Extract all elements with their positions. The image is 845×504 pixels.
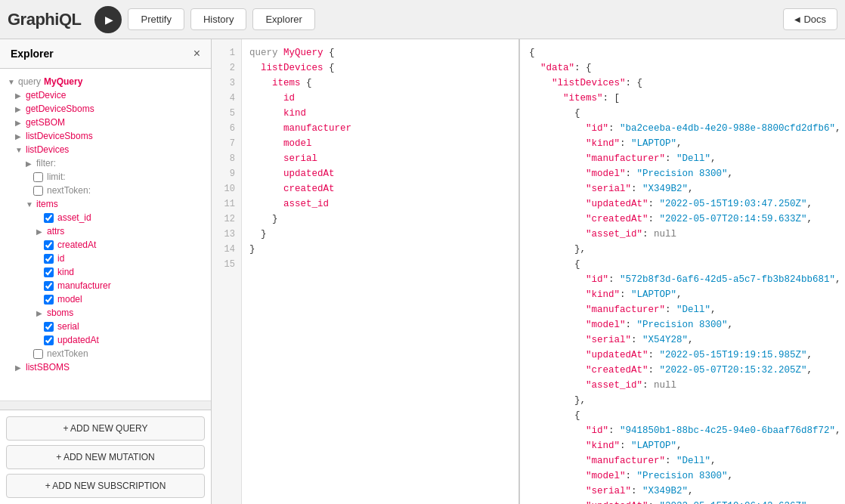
tree-item-getDevice[interactable]: getDevice xyxy=(0,88,211,102)
explorer-button[interactable]: Explorer xyxy=(252,8,314,30)
tree-item-createdAt[interactable]: createdAt xyxy=(0,238,211,252)
arrow-attrs xyxy=(36,227,44,236)
tree-item-serial[interactable]: serial xyxy=(0,320,211,333)
tree-item-listDeviceSboms[interactable]: listDeviceSboms xyxy=(0,129,211,143)
editor-panel: 12345 678910 1112131415 query MyQuery { … xyxy=(212,39,519,504)
tree-item-getDeviceSboms[interactable]: getDeviceSboms xyxy=(0,102,211,116)
checkbox-limit[interactable] xyxy=(33,172,43,182)
history-button[interactable]: History xyxy=(190,8,246,30)
checkbox-manufacturer[interactable] xyxy=(44,281,54,291)
checkbox-createdAt[interactable] xyxy=(44,240,54,250)
arrow-getDeviceSboms xyxy=(15,105,23,113)
tree-item-id[interactable]: id xyxy=(0,252,211,265)
tree-item-asset_id[interactable]: asset_id xyxy=(0,211,211,224)
code-editor[interactable]: query MyQuery { listDevices { items { id… xyxy=(242,39,518,504)
checkbox-nextToken2[interactable] xyxy=(33,349,43,359)
checkbox-asset_id[interactable] xyxy=(44,213,54,223)
app-title: GraphiQL xyxy=(8,10,81,29)
arrow-items xyxy=(26,200,33,209)
toolbar: GraphiQL Prettify History Explorer Docs xyxy=(0,0,845,39)
result-panel: { "data": { "listDevices": { "items": [ … xyxy=(520,39,845,504)
tree-item-items[interactable]: items xyxy=(0,197,211,211)
tree-item-nextToken[interactable]: nextToken: xyxy=(0,184,211,197)
arrow-filter xyxy=(26,159,33,168)
tree-item-listDevices[interactable]: listDevices xyxy=(0,143,211,156)
explorer-body: query MyQuery getDevice getDeviceSboms g… xyxy=(0,69,211,400)
main-area: Explorer × query MyQuery getDevice getDe… xyxy=(0,39,845,504)
tree-item-getSBOM[interactable]: getSBOM xyxy=(0,116,211,129)
tree-item-manufacturer[interactable]: manufacturer xyxy=(0,279,211,292)
tree-item-model[interactable]: model xyxy=(0,292,211,306)
add-mutation-button[interactable]: + ADD NEW MUTATION xyxy=(6,445,205,469)
arrow-getSBOM xyxy=(15,119,23,127)
tree-item-kind[interactable]: kind xyxy=(0,265,211,279)
tree-item-updatedAt[interactable]: updatedAt xyxy=(0,333,211,347)
run-button[interactable] xyxy=(94,6,122,33)
checkbox-id[interactable] xyxy=(44,254,54,264)
editor-inner: 12345 678910 1112131415 query MyQuery { … xyxy=(212,39,518,504)
tree-item-limit[interactable]: limit: xyxy=(0,170,211,184)
checkbox-kind[interactable] xyxy=(44,267,54,277)
query-label[interactable]: query MyQuery xyxy=(0,75,211,88)
explorer-title: Explorer xyxy=(11,48,54,60)
tree-item-listSBOMS[interactable]: listSBOMS xyxy=(0,360,211,374)
docs-button[interactable]: Docs xyxy=(783,8,837,30)
arrow-sboms xyxy=(36,309,44,317)
add-subscription-button[interactable]: + ADD NEW SUBSCRIPTION xyxy=(6,474,205,498)
query-name: MyQuery xyxy=(44,76,82,87)
explorer-scrollbar[interactable] xyxy=(0,400,211,410)
arrow-listDevices xyxy=(15,146,23,154)
tree-item-attrs[interactable]: attrs xyxy=(0,224,211,238)
tree-item-nextToken2[interactable]: nextToken xyxy=(0,347,211,360)
arrow-listSBOMS xyxy=(15,363,23,372)
query-arrow xyxy=(8,78,15,86)
checkbox-serial[interactable] xyxy=(44,322,54,332)
prettify-button[interactable]: Prettify xyxy=(128,8,184,30)
explorer-close-button[interactable]: × xyxy=(193,47,200,60)
checkbox-updatedAt[interactable] xyxy=(44,335,54,345)
line-numbers: 12345 678910 1112131415 xyxy=(212,39,242,504)
explorer-actions: + ADD NEW QUERY + ADD NEW MUTATION + ADD… xyxy=(0,410,211,504)
tree-item-sboms[interactable]: sboms xyxy=(0,306,211,320)
explorer-panel: Explorer × query MyQuery getDevice getDe… xyxy=(0,39,212,504)
checkbox-nextToken[interactable] xyxy=(33,186,43,196)
tree-item-filter[interactable]: filter: xyxy=(0,156,211,170)
explorer-header: Explorer × xyxy=(0,39,211,69)
arrow-getDevice xyxy=(15,91,23,100)
checkbox-model[interactable] xyxy=(44,295,54,305)
arrow-listDeviceSboms xyxy=(15,132,23,141)
add-query-button[interactable]: + ADD NEW QUERY xyxy=(6,416,205,441)
query-keyword: query xyxy=(18,76,41,87)
